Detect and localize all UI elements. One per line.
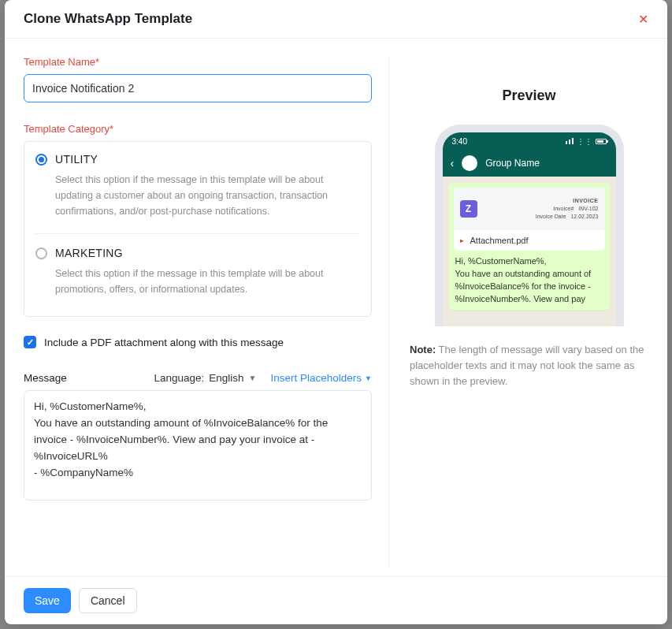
category-title: MARKETING xyxy=(55,247,123,259)
cancel-button[interactable]: Cancel xyxy=(79,588,137,613)
battery-icon xyxy=(596,139,607,144)
modal-footer: Save Cancel xyxy=(5,576,667,624)
preview-column: Preview 3:40 ⋮⋮ ‹ Group Name xyxy=(388,56,648,568)
radio-unselected-icon xyxy=(35,248,47,259)
signal-icon xyxy=(566,138,574,144)
phone-preview: 3:40 ⋮⋮ ‹ Group Name xyxy=(435,125,624,326)
category-title: UTILITY xyxy=(55,153,98,166)
insert-placeholders-label: Insert Placeholders xyxy=(271,372,362,384)
app-logo-icon: Z xyxy=(460,200,477,218)
preview-title: Preview xyxy=(410,87,648,104)
chevron-down-icon: ▼ xyxy=(249,374,257,382)
document-card: Z INVOICE Invoice# INV-102 Invoice Date … xyxy=(454,188,605,251)
group-name: Group Name xyxy=(485,158,540,169)
divider xyxy=(35,233,360,234)
save-button[interactable]: Save xyxy=(24,588,71,613)
message-bubble: Z INVOICE Invoice# INV-102 Invoice Date … xyxy=(449,183,610,311)
attachment-row: ▸ Attachment.pdf xyxy=(454,230,605,251)
category-option-marketing[interactable]: MARKETING Select this option if the mess… xyxy=(35,247,360,311)
invoice-meta: INVOICE Invoice# INV-102 Invoice Date 12… xyxy=(536,197,599,220)
chat-area: Z INVOICE Invoice# INV-102 Invoice Date … xyxy=(443,177,616,317)
category-description: Select this option if the message in thi… xyxy=(55,172,360,219)
modal-header: Clone WhatsApp Template ✕ xyxy=(5,0,667,39)
avatar xyxy=(462,155,477,171)
bubble-text: Hi, %CustomerName%, You have an outstand… xyxy=(454,252,605,306)
status-time: 3:40 xyxy=(452,137,467,146)
template-name-input[interactable] xyxy=(24,74,372,102)
message-textarea[interactable] xyxy=(24,390,372,501)
document-preview: Z INVOICE Invoice# INV-102 Invoice Date … xyxy=(454,188,605,230)
pdf-icon: ▸ xyxy=(460,236,464,244)
whatsapp-header: ‹ Group Name xyxy=(443,150,616,177)
checkbox-checked-icon: ✓ xyxy=(24,336,36,348)
template-name-label: Template Name* xyxy=(24,56,373,68)
template-category-label: Template Category* xyxy=(24,123,373,135)
message-header-row: Message Language: English ▼ Insert Place… xyxy=(24,372,372,384)
language-value: English xyxy=(209,372,243,384)
phone-status-bar: 3:40 ⋮⋮ xyxy=(443,132,616,150)
status-icons: ⋮⋮ xyxy=(566,137,607,146)
close-icon[interactable]: ✕ xyxy=(638,12,648,27)
back-chevron-icon: ‹ xyxy=(451,157,455,169)
language-label: Language: xyxy=(154,372,205,384)
note-text: The length of message will vary based on… xyxy=(410,344,644,387)
insert-placeholders-link[interactable]: Insert Placeholders ▼ xyxy=(271,372,372,384)
language-select[interactable]: Language: English ▼ xyxy=(154,372,257,384)
category-group: UTILITY Select this option if the messag… xyxy=(24,141,372,317)
invoice-word: INVOICE xyxy=(536,197,599,205)
category-description: Select this option if the message in thi… xyxy=(55,266,360,297)
modal-title: Clone WhatsApp Template xyxy=(24,11,192,27)
preview-note: Note: The length of message will vary ba… xyxy=(410,342,648,389)
include-pdf-label: Include a PDF attachment along with this… xyxy=(44,337,284,348)
note-label: Note: xyxy=(410,344,436,355)
include-pdf-checkbox-row[interactable]: ✓ Include a PDF attachment along with th… xyxy=(24,336,373,348)
clone-template-modal: Clone WhatsApp Template ✕ Template Name*… xyxy=(5,0,667,624)
modal-body: Template Name* Template Category* UTILIT… xyxy=(5,39,667,576)
radio-selected-icon xyxy=(35,154,47,166)
message-label: Message xyxy=(24,372,67,384)
attachment-name: Attachment.pdf xyxy=(470,236,529,245)
form-column: Template Name* Template Category* UTILIT… xyxy=(24,56,388,568)
category-option-utility[interactable]: UTILITY Select this option if the messag… xyxy=(35,153,360,233)
wifi-icon: ⋮⋮ xyxy=(577,137,592,146)
caret-down-icon: ▼ xyxy=(365,374,372,382)
